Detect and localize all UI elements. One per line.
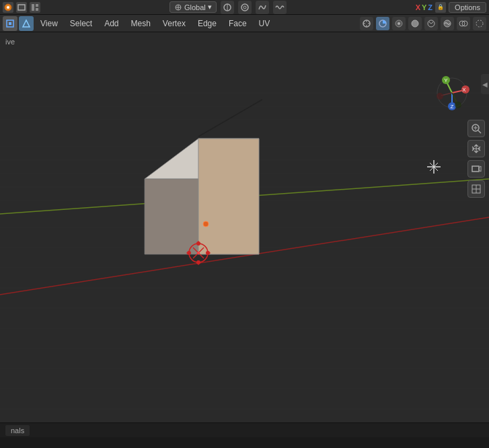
z-axis-label: Z <box>428 3 432 11</box>
svg-point-29 <box>476 20 483 27</box>
xray-icon[interactable] <box>473 17 486 30</box>
svg-marker-75 <box>145 179 198 254</box>
panel-collapse-arrow[interactable]: ◀ <box>481 74 489 94</box>
svg-text:Y: Y <box>444 77 448 83</box>
menu-face[interactable]: Face <box>223 17 252 30</box>
rendered-mode-icon[interactable] <box>441 17 454 30</box>
mode-icon-1[interactable] <box>3 16 17 31</box>
svg-text:X: X <box>462 87 466 93</box>
blender-icon <box>3 2 13 13</box>
svg-rect-113 <box>472 166 479 172</box>
proportional-edit-icon[interactable] <box>238 1 252 14</box>
status-info-left: nals <box>5 425 30 436</box>
curve-icon[interactable] <box>256 1 269 14</box>
svg-marker-114 <box>479 166 481 172</box>
menu-mesh[interactable]: Mesh <box>126 17 156 30</box>
system-bar: Global ▾ X Y Z 🔒 Options <box>0 0 489 15</box>
render-mode-icon[interactable] <box>392 17 406 30</box>
pan-tool-button[interactable] <box>467 140 485 157</box>
menu-edge[interactable]: Edge <box>192 17 222 30</box>
menu-uv[interactable]: UV <box>254 17 276 30</box>
menu-select[interactable]: Select <box>65 17 98 30</box>
system-bar-left-icons <box>3 2 40 13</box>
system-bar-center: Global ▾ <box>40 1 416 14</box>
svg-point-24 <box>412 20 418 27</box>
material-mode-icon[interactable] <box>424 17 438 30</box>
x-axis-label: X <box>416 3 420 11</box>
layout-icon <box>30 2 40 13</box>
y-axis-label: Y <box>422 3 426 11</box>
svg-point-12 <box>243 6 246 9</box>
svg-point-104 <box>455 102 461 108</box>
status-bar: nals <box>0 422 489 437</box>
svg-point-86 <box>197 252 200 254</box>
svg-point-78 <box>203 221 209 227</box>
grid-tool-button[interactable] <box>467 180 485 198</box>
lock-icon[interactable]: 🔒 <box>435 2 446 13</box>
viewport-shading-icon[interactable] <box>376 17 389 30</box>
menu-add[interactable]: Add <box>99 17 124 30</box>
transform-orientation-selector[interactable]: Global ▾ <box>170 1 217 13</box>
svg-rect-4 <box>36 4 38 7</box>
svg-rect-5 <box>36 8 38 11</box>
solid-mode-icon[interactable] <box>408 17 422 30</box>
menu-view[interactable]: View <box>35 17 63 30</box>
svg-text:Z: Z <box>451 104 454 110</box>
menu-bar: View Select Add Mesh Vertex Edge Face UV <box>0 15 489 32</box>
svg-rect-3 <box>32 4 34 11</box>
camera-tool-button[interactable] <box>467 160 485 178</box>
viewport-grid: X Y Z <box>0 32 489 422</box>
svg-marker-77 <box>198 139 259 254</box>
cursor-icon[interactable] <box>360 17 373 30</box>
xyz-gizmo: X Y Z <box>416 3 432 11</box>
mode-icon-2[interactable] <box>19 16 34 31</box>
svg-rect-2 <box>18 5 25 10</box>
zoom-tool-button[interactable] <box>467 120 485 137</box>
system-bar-right: X Y Z 🔒 Options <box>416 2 486 13</box>
svg-rect-14 <box>9 22 11 25</box>
viewport-3d[interactable]: X Y Z ive ◀ <box>0 32 489 422</box>
menu-vertex[interactable]: Vertex <box>157 17 191 30</box>
svg-line-110 <box>478 130 481 133</box>
svg-point-23 <box>398 22 400 25</box>
svg-marker-15 <box>23 20 30 27</box>
svg-point-11 <box>241 4 248 11</box>
svg-point-102 <box>437 93 443 100</box>
wavelength-icon[interactable] <box>273 1 287 14</box>
right-toolbar <box>467 120 485 198</box>
svg-point-1 <box>7 6 9 9</box>
snap-icon[interactable] <box>221 1 234 14</box>
options-button[interactable]: Options <box>449 2 486 13</box>
overlay-icon[interactable] <box>457 17 470 30</box>
viewport-perspective-label: ive <box>5 38 15 46</box>
viewport-right-icons <box>360 17 486 30</box>
screen-icon <box>16 2 27 13</box>
